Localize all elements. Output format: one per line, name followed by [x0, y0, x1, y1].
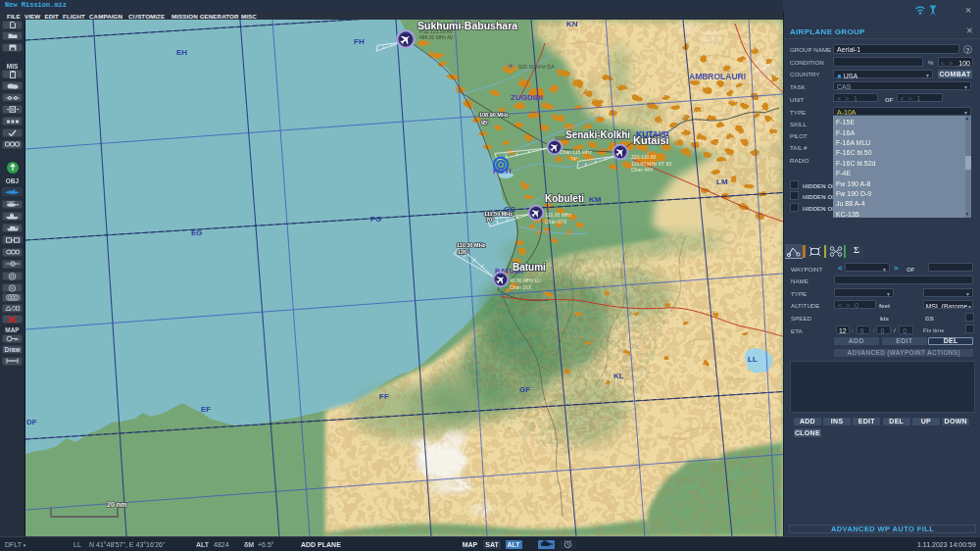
svg-text:Senaki-Kolkhi: Senaki-Kolkhi: [565, 129, 630, 140]
svg-text:KM: KM: [589, 195, 602, 204]
svg-text:Sukhumi-Babushara: Sukhumi-Babushara: [417, 20, 517, 31]
svg-text:LL: LL: [748, 355, 758, 364]
svg-text:40.80 MHz LU: 40.80 MHz LU: [510, 277, 541, 283]
svg-text:AMBROLAURI: AMBROLAURI: [689, 72, 746, 81]
svg-text:20 nm: 20 nm: [107, 501, 126, 508]
svg-text:FH: FH: [354, 37, 365, 46]
svg-text:KN: KN: [566, 20, 578, 28]
svg-text:GF: GF: [519, 385, 530, 394]
svg-text:FG: FG: [370, 215, 381, 224]
svg-text:Chan 16X: Chan 16X: [510, 284, 532, 290]
svg-text:121.00 MHz: 121.00 MHz: [545, 212, 571, 218]
svg-text:KL: KL: [613, 372, 624, 380]
svg-text:ZUGDIDI: ZUGDIDI: [511, 93, 543, 102]
svg-text:489.00 MHz AV: 489.00 MHz AV: [419, 34, 454, 40]
svg-text:108.90 MHz: 108.90 MHz: [479, 112, 509, 118]
svg-text:126°: 126°: [458, 249, 468, 255]
svg-text:DF: DF: [26, 418, 37, 426]
svg-text:EG: EG: [191, 228, 203, 237]
svg-text:70°: 70°: [486, 217, 494, 223]
svg-text:74°: 74°: [570, 156, 578, 162]
svg-text:95°: 95°: [481, 120, 489, 125]
svg-text:LM: LM: [716, 177, 728, 186]
svg-text:Batumi: Batumi: [513, 262, 546, 273]
svg-text:Chan 67X: Chan 67X: [545, 219, 567, 225]
svg-text:EH: EH: [176, 48, 187, 57]
svg-text:FF: FF: [379, 392, 389, 401]
svg-text:Kutaisi: Kutaisi: [633, 134, 669, 146]
svg-text:Chan 44X: Chan 44X: [631, 167, 654, 173]
svg-text:Chan 115 MHz: Chan 115 MHz: [560, 149, 592, 155]
svg-text:Kobuleti: Kobuleti: [545, 193, 584, 204]
svg-text:111.50 MHz: 111.50 MHz: [484, 211, 513, 217]
svg-text:110.30 MHz: 110.30 MHz: [457, 242, 486, 248]
svg-text:32X 110.60: 32X 110.60: [631, 154, 656, 160]
svg-text:EF: EF: [201, 405, 211, 414]
svg-text:925.00 kHz DA: 925.00 kHz DA: [518, 64, 555, 70]
svg-text:113.60 MHz KT 83: 113.60 MHz KT 83: [631, 161, 671, 167]
